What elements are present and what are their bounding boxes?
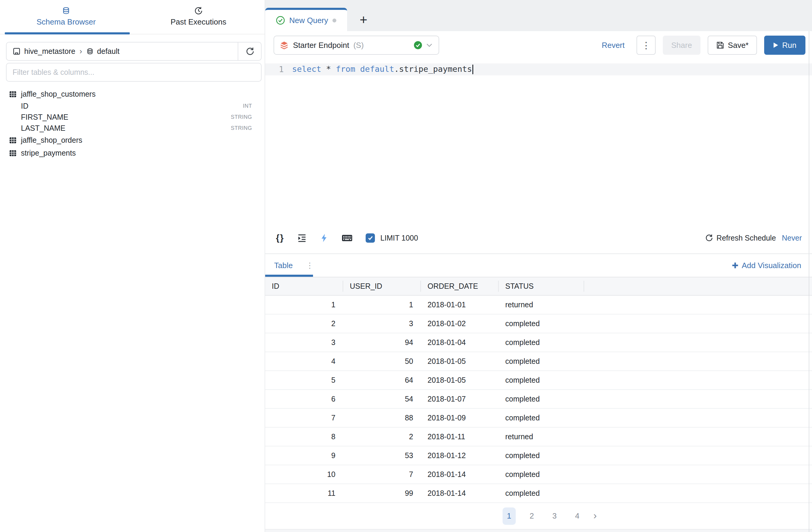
cell-order-date: 2018-01-09 <box>421 414 499 422</box>
cell-user-id: 54 <box>343 395 421 403</box>
curly-braces-icon: {} <box>276 233 284 243</box>
cell-status: completed <box>499 319 584 328</box>
add-visualization-button[interactable]: Add Visualization <box>731 261 801 270</box>
table-row: 4 50 2018-01-05 completed <box>265 352 812 371</box>
table-name: jaffle_shop_customers <box>21 90 96 98</box>
cell-id: 6 <box>265 395 343 403</box>
add-visualization-label: Add Visualization <box>742 261 801 270</box>
breadcrumb-schema[interactable]: default <box>97 47 120 56</box>
run-button[interactable]: Run <box>764 36 806 55</box>
tab-schema-browser[interactable]: Schema Browser <box>0 0 132 34</box>
query-tab-label: New Query <box>289 16 328 25</box>
next-page-icon[interactable]: › <box>593 509 597 522</box>
sql-editor[interactable]: 1 select * from default.stripe_payments <box>265 59 812 228</box>
table-name: jaffle_shop_orders <box>21 136 82 144</box>
pagination: 1 2 3 4 › <box>265 503 812 529</box>
page-button-2[interactable]: 2 <box>525 507 538 525</box>
new-tab-button[interactable]: + <box>360 13 367 26</box>
cell-order-date: 2018-01-04 <box>421 338 499 347</box>
tree-column-id[interactable]: ID INT <box>9 100 265 112</box>
catalog-breadcrumb-bar: hive_metastore › default <box>6 42 262 61</box>
page-button-4[interactable]: 4 <box>571 507 584 525</box>
table-icon <box>9 149 17 157</box>
cell-order-date: 2018-01-01 <box>421 300 499 309</box>
table-row: 7 88 2018-01-09 completed <box>265 409 812 428</box>
schema-filter-input[interactable] <box>13 68 255 76</box>
sql-operator: * <box>321 64 336 74</box>
line-number: 1 <box>265 65 284 74</box>
bottom-strip <box>265 529 812 532</box>
sql-keyword: from <box>336 64 355 74</box>
quick-run-button[interactable] <box>320 233 329 243</box>
tab-past-executions-label: Past Executions <box>171 17 226 27</box>
run-button-label: Run <box>782 41 796 50</box>
format-query-button[interactable]: {} <box>276 233 284 243</box>
column-header-status[interactable]: STATUS <box>499 277 584 295</box>
tree-item-stripe-payments[interactable]: stripe_payments <box>9 146 265 159</box>
cell-id: 5 <box>265 376 343 384</box>
cell-user-id: 88 <box>343 414 421 422</box>
refresh-schema-button[interactable] <box>238 42 261 60</box>
cell-user-id: 50 <box>343 357 421 366</box>
column-type: INT <box>243 103 252 109</box>
refresh-schedule-value[interactable]: Never <box>782 234 802 242</box>
kebab-icon[interactable]: ⋮ <box>306 261 314 270</box>
tab-table-visualization[interactable]: Table <box>274 261 293 270</box>
limit-checkbox[interactable] <box>366 233 375 243</box>
share-button[interactable]: Share <box>663 36 700 55</box>
cell-id: 10 <box>265 470 343 479</box>
tree-item-jaffle-shop-orders[interactable]: jaffle_shop_orders <box>9 134 265 146</box>
more-options-button[interactable]: ⋮ <box>637 36 656 55</box>
tab-past-executions[interactable]: Past Executions <box>132 0 265 34</box>
cell-id: 7 <box>265 414 343 422</box>
share-button-label: Share <box>671 41 692 50</box>
refresh-icon <box>245 47 255 56</box>
cell-id: 3 <box>265 338 343 347</box>
column-name: FIRST_NAME <box>21 113 68 122</box>
database-icon <box>86 48 93 55</box>
save-icon <box>716 41 724 50</box>
endpoint-selector[interactable]: Starter Endpoint (S) <box>274 36 439 55</box>
refresh-icon <box>705 234 713 242</box>
endpoint-size: (S) <box>353 41 364 50</box>
sql-code: select * from default.stripe_payments <box>292 64 473 74</box>
check-circle-icon <box>276 16 285 25</box>
tree-column-first-name[interactable]: FIRST_NAME STRING <box>9 112 265 123</box>
active-code-line[interactable]: 1 select * from default.stripe_payments <box>265 64 812 75</box>
tree-column-last-name[interactable]: LAST_NAME STRING <box>9 123 265 134</box>
tab-new-query[interactable]: New Query <box>265 8 347 31</box>
cell-status: completed <box>499 357 584 366</box>
cell-status: completed <box>499 451 584 460</box>
indent-button[interactable] <box>297 233 306 243</box>
limit-toggle[interactable]: LIMIT 1000 <box>366 233 418 243</box>
cell-order-date: 2018-01-07 <box>421 395 499 403</box>
cell-order-date: 2018-01-05 <box>421 357 499 366</box>
tree-item-jaffle-shop-customers[interactable]: jaffle_shop_customers <box>9 88 265 100</box>
page-button-3[interactable]: 3 <box>548 507 561 525</box>
endpoint-status-check-icon <box>414 41 422 50</box>
column-header-id[interactable]: ID <box>265 277 343 295</box>
page-button-1[interactable]: 1 <box>503 507 516 525</box>
table-row: 6 54 2018-01-07 completed <box>265 390 812 409</box>
play-icon <box>773 42 779 48</box>
refresh-schedule-label: Refresh Schedule <box>716 234 776 242</box>
cell-id: 11 <box>265 489 343 498</box>
breadcrumb[interactable]: hive_metastore › default <box>6 42 238 60</box>
save-button-label: Save* <box>728 41 749 50</box>
column-type: STRING <box>231 114 252 120</box>
refresh-schedule: Refresh Schedule Never <box>705 234 802 242</box>
cell-order-date: 2018-01-14 <box>421 489 499 498</box>
table-row: 3 94 2018-01-04 completed <box>265 333 812 352</box>
schema-filter-box <box>6 63 262 82</box>
indent-icon <box>297 233 306 243</box>
column-header-user-id[interactable]: USER_ID <box>343 277 421 295</box>
cell-id: 4 <box>265 357 343 366</box>
breadcrumb-catalog[interactable]: hive_metastore <box>24 47 75 56</box>
chevron-right-icon: › <box>79 47 83 56</box>
revert-button[interactable]: Revert <box>602 41 625 50</box>
save-button[interactable]: Save* <box>708 36 757 55</box>
column-header-order-date[interactable]: ORDER_DATE <box>421 277 499 295</box>
cell-status: returned <box>499 432 584 441</box>
keyboard-shortcuts-button[interactable] <box>342 234 352 242</box>
column-name: LAST_NAME <box>21 124 66 132</box>
